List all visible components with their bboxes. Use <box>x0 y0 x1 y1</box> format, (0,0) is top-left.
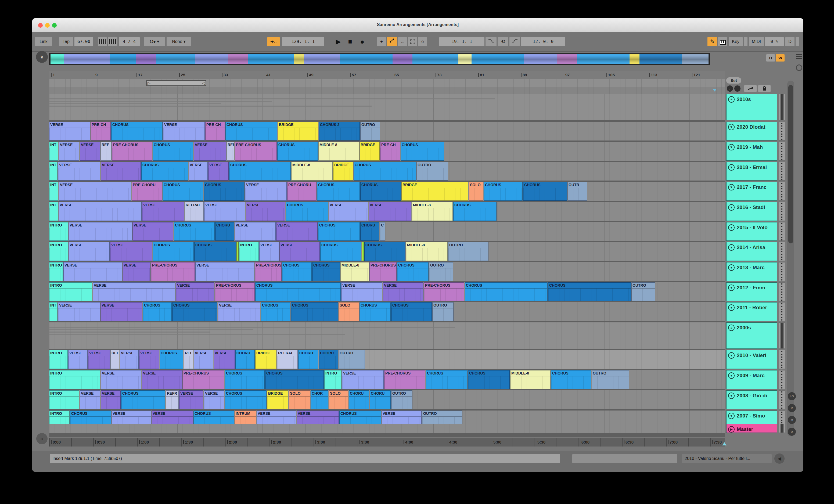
arrangement-overview[interactable] <box>49 53 710 65</box>
group-fold-icon[interactable]: ≡ <box>728 325 734 331</box>
clip-verse[interactable]: VERSE <box>246 202 285 221</box>
clip-chorus[interactable]: CHORUS <box>153 242 194 261</box>
clip-bridge[interactable]: BRIDGE <box>401 182 468 201</box>
clip-verse[interactable]: VERSE <box>383 282 423 301</box>
clip-refrai[interactable]: REFRAI <box>184 202 204 221</box>
track-header-2019-mah[interactable]: ▼2019 - Mah <box>726 142 777 161</box>
arrangement-lane-2009-marc[interactable]: INTROVERSEVERSEPRE-CHORUSCHORUSCHORUSINT… <box>49 370 725 389</box>
draw-mode-button[interactable] <box>408 37 417 46</box>
clip-chorus[interactable]: CHORUS <box>548 282 631 301</box>
clip-verse[interactable]: VERSE <box>59 182 131 201</box>
clip-verse[interactable]: VERSE <box>208 162 229 180</box>
clip-pre-chorus[interactable]: PRE-CHORUS <box>182 370 224 389</box>
clip-intro[interactable]: INTRO <box>49 262 63 281</box>
clip-chorus[interactable]: CHORUS <box>229 162 291 180</box>
clip-chorus[interactable]: CHORUS <box>194 242 236 261</box>
clip-verse[interactable]: VERSE <box>101 302 142 321</box>
clip-bridge[interactable]: BRIDGE <box>267 390 288 409</box>
clip-chorus[interactable]: CHORUS <box>339 411 381 425</box>
clip-verse[interactable]: VERSE <box>132 222 173 241</box>
clip-chorus[interactable]: CHORUS <box>320 242 361 261</box>
clip-choru[interactable]: CHORU <box>370 390 391 409</box>
arrangement-lane-2015-il-volo[interactable]: INTROVERSEVERSECHORUSCHORUVERSEVERSECHOR… <box>49 222 725 241</box>
clip-int[interactable]: INT <box>49 302 58 321</box>
track-unfold-icon[interactable]: ▼ <box>728 264 734 271</box>
metronome-dropdown[interactable]: O● ▾ <box>144 37 165 46</box>
clip-intro[interactable]: INTRO <box>49 411 70 425</box>
loop-marker-button[interactable]: ○ <box>418 37 427 46</box>
clip-pre-chorus[interactable]: PRE-CHORUS <box>151 262 195 281</box>
clip-ref[interactable]: REF <box>184 350 193 369</box>
clip-verse[interactable]: VERSE <box>280 242 320 261</box>
clip-chorus[interactable]: CHORUS <box>153 142 193 161</box>
clip-chorus[interactable]: CHORUS <box>291 302 338 321</box>
clip-verse[interactable]: VERSE <box>369 202 411 221</box>
nudge-down-button[interactable] <box>98 37 107 46</box>
clip-intro[interactable]: INTRO <box>49 370 100 389</box>
arrangement-lane-2017-franc[interactable]: INTVERSEPRE-CHORUCHORUSCHORUSVERSEPRE-CH… <box>49 182 725 201</box>
arrangement-lane-2007-simo[interactable]: INTROCHORUSVERSEVERSECHORUSINTRUMVERSEVE… <box>49 411 725 425</box>
clip-verse[interactable]: VERSE <box>176 282 214 301</box>
track-unfold-icon[interactable]: ▼ <box>728 164 734 171</box>
track-header-2000s[interactable]: ≡2000s <box>726 322 777 349</box>
clip-outro[interactable]: OUTRO <box>416 162 448 180</box>
clip-verse[interactable]: VERSE <box>93 282 175 301</box>
clip-chorus[interactable]: CHORUS <box>162 182 203 201</box>
arrangement-lane-2008-gi-di[interactable]: INTROVERSEVERSECHORUSREFRVERSEVERSECHORU… <box>49 390 725 409</box>
clip-verse[interactable]: VERSE <box>257 411 296 425</box>
clip-outro[interactable]: OUTRO <box>429 262 453 281</box>
track-unfold-icon[interactable]: ▼ <box>728 352 734 359</box>
clip-ref[interactable]: REF <box>101 142 111 161</box>
clip-verse[interactable]: VERSE <box>297 411 339 425</box>
clip-verse[interactable]: VERSE <box>152 411 193 425</box>
clip-pre-chorus[interactable]: PRE-CHORUS <box>255 262 282 281</box>
clip-chorus[interactable]: CHORUS <box>160 350 183 369</box>
track-unfold-icon[interactable]: ▼ <box>728 413 734 419</box>
groove-dropdown[interactable]: None ▾ <box>167 37 191 46</box>
clip-int[interactable]: INT <box>49 182 58 201</box>
clip-chorus[interactable]: CHORUS <box>172 302 217 321</box>
clip-chorus[interactable]: CHORUS <box>354 162 416 180</box>
clip-marker[interactable] <box>237 242 239 261</box>
clip-pre-chorus[interactable]: PRE-CHORUS <box>215 282 255 301</box>
clip-outro[interactable]: OUTRO <box>592 370 629 389</box>
clip-pre-chorus[interactable]: PRE-CHORUS <box>235 142 277 161</box>
clip-chorus[interactable]: CHORUS <box>255 282 341 301</box>
clip-verse[interactable]: VERSE <box>59 142 79 161</box>
clip-chorus[interactable]: CHORUS <box>397 262 429 281</box>
arrangement-lane-2018-ermal[interactable]: INTVERSEVERSECHORUSVERSEVERSECHORUSMIDDL… <box>49 162 725 180</box>
clip-verse[interactable]: VERSE <box>68 350 88 369</box>
clip-chorus[interactable]: CHORUS <box>453 202 497 221</box>
clip-verse[interactable]: VERSE <box>276 222 317 241</box>
time-signature-field[interactable]: 4 / 4 <box>119 37 140 46</box>
track-unfold-icon[interactable]: ▼ <box>728 244 734 251</box>
track-header-2013-marc[interactable]: ▼2013 - Marc <box>726 262 777 281</box>
clip-marker[interactable] <box>361 242 364 261</box>
clip-verse[interactable]: VERSE <box>189 162 208 180</box>
clip-ref[interactable]: REF <box>110 350 119 369</box>
track-unfold-icon[interactable]: ▼ <box>728 124 734 130</box>
clip-outro[interactable]: OUTRO <box>432 302 454 321</box>
clip-chorus[interactable]: CHORUS <box>277 142 318 161</box>
clip-verse[interactable]: VERSE <box>179 390 203 409</box>
clip-choru[interactable]: CHORU <box>349 390 369 409</box>
clip-verse[interactable]: VERSE <box>341 282 382 301</box>
track-unfold-icon[interactable]: ▼ <box>728 144 734 150</box>
clip-outro[interactable]: OUTRO <box>391 390 413 409</box>
clip-intro[interactable]: INTRO <box>239 242 259 261</box>
clip-pre-choru[interactable]: PRE-CHORU <box>132 182 162 201</box>
clip-verse[interactable]: VERSE <box>111 411 151 425</box>
clip-verse[interactable]: VERSE <box>142 370 182 389</box>
clip-chorus[interactable]: CHORUS <box>360 182 401 201</box>
arrangement-lane-2010s[interactable] <box>49 94 725 120</box>
clip-outro[interactable]: OUTRO <box>360 122 380 140</box>
prev-locator-button[interactable]: ← <box>727 85 733 92</box>
track-header-2010s[interactable]: ≡2010s <box>726 94 777 120</box>
tap-tempo-button[interactable]: Tap <box>59 37 73 46</box>
clip-verse[interactable]: VERSE <box>218 302 260 321</box>
clip-chorus[interactable]: CHORUS <box>317 182 360 201</box>
clip-chorus[interactable]: CHORUS <box>551 370 591 389</box>
clip-chorus[interactable]: CHORUS <box>225 122 277 140</box>
clip-intro[interactable]: INTRO <box>49 350 68 369</box>
clip-verse[interactable]: VERSE <box>58 162 100 180</box>
